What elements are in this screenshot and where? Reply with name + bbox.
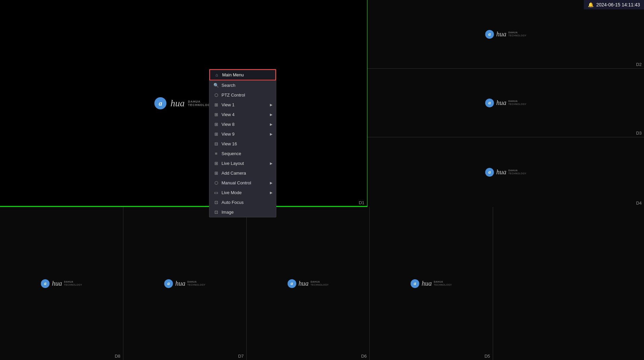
menu-icon-image: ⊡ <box>213 210 219 215</box>
menu-label-search: Search <box>222 83 235 88</box>
menu-label-manual-control: Manual Control <box>222 180 251 185</box>
camera-cell-d4[interactable]: a hua DAHUA TECHNOLOGY D4 <box>367 137 644 207</box>
menu-label-live-mode: Live Mode <box>222 190 242 195</box>
menu-arrow-view-8: ▶ <box>270 122 273 126</box>
cell-label-d3: D3 <box>636 131 642 136</box>
menu-item-view-1[interactable]: ⊞View 1▶ <box>209 100 276 110</box>
menu-icon-view-9: ⊞ <box>213 132 219 137</box>
camera-cell-d2[interactable]: a hua DAHUA TECHNOLOGY D2 <box>367 0 644 68</box>
menu-label-view-8: View 8 <box>222 122 235 127</box>
cell-label-d4: D4 <box>636 201 642 206</box>
menu-label-view-16: View 16 <box>222 141 237 146</box>
right-panel: a hua DAHUA TECHNOLOGY D2 a hua DAHUA TE… <box>367 0 644 207</box>
cell-label-d5: D5 <box>484 354 490 359</box>
context-menu: ⌂Main Menu🔍Search⬡PTZ Control⊞View 1▶⊞Vi… <box>209 69 276 217</box>
menu-item-add-camera[interactable]: ⊞Add Camera <box>209 168 276 178</box>
datetime-bar: 🔔 2024-06-15 14:11:43 <box>584 0 644 9</box>
camera-grid: a hua DAHUA TECHNOLOGY D1 a hua DAHUA TE… <box>0 0 644 360</box>
menu-label-view-1: View 1 <box>222 102 235 107</box>
camera-cell-d8[interactable]: a hua DAHUA TECHNOLOGY D8 <box>0 207 123 360</box>
menu-arrow-live-layout: ▶ <box>270 161 273 165</box>
menu-item-manual-control[interactable]: ⬡Manual Control▶ <box>209 178 276 188</box>
menu-item-view-9[interactable]: ⊞View 9▶ <box>209 129 276 139</box>
menu-item-auto-focus[interactable]: ⊡Auto Focus <box>209 197 276 207</box>
menu-icon-manual-control: ⬡ <box>213 180 219 185</box>
menu-item-image[interactable]: ⊡Image <box>209 207 276 217</box>
bell-icon: 🔔 <box>588 2 594 7</box>
menu-item-sequence[interactable]: ≡Sequence <box>209 149 276 158</box>
menu-item-live-mode[interactable]: ▭Live Mode▶ <box>209 188 276 197</box>
menu-icon-sequence: ≡ <box>213 151 219 156</box>
menu-label-add-camera: Add Camera <box>222 171 246 176</box>
cell-label-d8: D8 <box>115 354 120 359</box>
menu-label-sequence: Sequence <box>222 151 241 156</box>
cell-label-d7: D7 <box>238 354 244 359</box>
menu-icon-view-4: ⊞ <box>213 112 219 117</box>
menu-label-ptz-control: PTZ Control <box>222 93 245 98</box>
camera-cell-d3[interactable]: a hua DAHUA TECHNOLOGY D3 <box>367 69 644 137</box>
menu-icon-add-camera: ⊞ <box>213 171 219 176</box>
dahua-logo-d8: a hua DAHUA TECHNOLOGY <box>41 279 82 288</box>
menu-icon-main-menu: ⌂ <box>214 72 219 77</box>
camera-cell-d5[interactable]: a hua DAHUA TECHNOLOGY D5 <box>370 207 493 360</box>
bottom-row: a hua DAHUA TECHNOLOGY D8 a hua DAHUA TE… <box>0 207 644 360</box>
menu-icon-search: 🔍 <box>213 83 219 88</box>
menu-icon-view-1: ⊞ <box>213 102 219 107</box>
menu-arrow-view-9: ▶ <box>270 132 273 136</box>
menu-item-ptz-control[interactable]: ⬡PTZ Control <box>209 90 276 100</box>
camera-cell-right-bottom[interactable] <box>493 207 644 360</box>
menu-label-image: Image <box>222 210 234 215</box>
menu-label-view-4: View 4 <box>222 112 235 117</box>
menu-item-view-8[interactable]: ⊞View 8▶ <box>209 119 276 129</box>
dahua-text-d1: hua <box>170 98 185 109</box>
camera-cell-d1[interactable]: a hua DAHUA TECHNOLOGY D1 <box>0 0 367 207</box>
datetime-value: 2024-06-15 14:11:43 <box>596 2 640 7</box>
dahua-logo-d7: a hua DAHUA TECHNOLOGY <box>164 279 205 288</box>
menu-label-main-menu: Main Menu <box>222 72 244 77</box>
menu-icon-auto-focus: ⊡ <box>213 200 219 205</box>
menu-item-view-16[interactable]: ⊟View 16 <box>209 139 276 149</box>
menu-item-view-4[interactable]: ⊞View 4▶ <box>209 110 276 119</box>
dahua-logo-d2: a hua DAHUA TECHNOLOGY <box>485 30 526 39</box>
menu-label-auto-focus: Auto Focus <box>222 200 244 205</box>
menu-item-live-layout[interactable]: ⊞Live Layout▶ <box>209 158 276 168</box>
menu-arrow-view-4: ▶ <box>270 113 273 116</box>
menu-icon-ptz-control: ⬡ <box>213 93 219 98</box>
menu-icon-live-mode: ▭ <box>213 190 219 195</box>
menu-icon-live-layout: ⊞ <box>213 161 219 166</box>
menu-item-search[interactable]: 🔍Search <box>209 80 276 90</box>
menu-arrow-live-mode: ▶ <box>270 191 273 194</box>
dahua-logo-d6: a hua DAHUA TECHNOLOGY <box>287 279 329 288</box>
menu-icon-view-16: ⊟ <box>213 141 219 146</box>
cell-label-d6: D6 <box>361 354 367 359</box>
cell-label-d2: D2 <box>636 62 642 67</box>
menu-label-live-layout: Live Layout <box>222 161 244 166</box>
menu-label-view-9: View 9 <box>222 132 235 137</box>
cell-label-d1: D1 <box>359 200 364 205</box>
camera-cell-d6[interactable]: a hua DAHUA TECHNOLOGY D6 <box>247 207 369 360</box>
menu-item-main-menu[interactable]: ⌂Main Menu <box>209 69 276 80</box>
dahua-logo-d1: a hua DAHUA TECHNOLOGY <box>154 97 213 109</box>
dahua-logo-d5: a hua DAHUA TECHNOLOGY <box>410 279 452 288</box>
camera-cell-d7[interactable]: a hua DAHUA TECHNOLOGY D7 <box>123 207 246 360</box>
dahua-logo-d3: a hua DAHUA TECHNOLOGY <box>485 99 526 107</box>
menu-arrow-manual-control: ▶ <box>270 181 273 185</box>
dahua-logo-d4: a hua DAHUA TECHNOLOGY <box>485 168 526 177</box>
menu-arrow-view-1: ▶ <box>270 103 273 107</box>
dahua-alpha-d1: a <box>154 97 166 109</box>
menu-icon-view-8: ⊞ <box>213 122 219 127</box>
